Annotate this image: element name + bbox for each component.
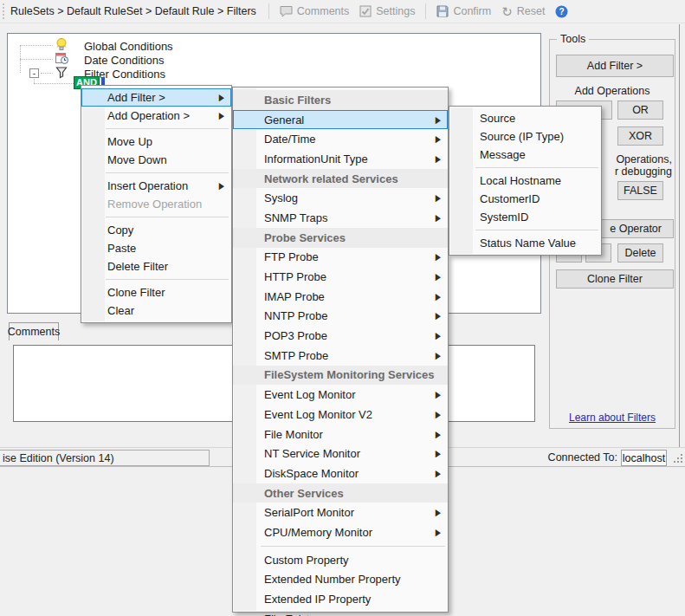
menu-item[interactable]: SerialPort Monitor ▶: [233, 503, 448, 522]
comments-button[interactable]: Comments: [275, 2, 354, 22]
menu-item[interactable]: Paste ▶: [81, 239, 231, 257]
menu-item[interactable]: HTTP Probe ▶: [233, 267, 448, 287]
menu-item[interactable]: General ▶: [233, 110, 448, 130]
save-floppy-icon: [436, 5, 449, 17]
menu-separator: ▶: [233, 542, 448, 550]
menu-item[interactable]: Remove Operation ▶: [81, 195, 231, 213]
menu-section-header: Other Services ▶: [233, 483, 448, 503]
menu-item[interactable]: CustomerID ▶: [449, 190, 601, 208]
menu-item[interactable]: Extended IP Property ▶: [233, 589, 448, 609]
menu-item[interactable]: Copy ▶: [81, 221, 231, 239]
submenu-arrow-icon: ▶: [436, 527, 441, 537]
clone-filter-button[interactable]: Clone Filter: [556, 269, 674, 289]
reset-button[interactable]: ↻ Reset: [496, 2, 550, 22]
menu-item[interactable]: Delete Filter ▶: [81, 257, 231, 276]
submenu-arrow-icon: ▶: [436, 291, 441, 302]
menu-item[interactable]: Add Filter > ▶: [81, 88, 231, 107]
connected-to-label: Connected To:: [548, 451, 617, 464]
xor-operation-button[interactable]: XOR: [617, 126, 663, 146]
menu-item[interactable]: SystemID ▶: [449, 208, 601, 226]
menu-item[interactable]: CPU/Memory Monitor ▶: [233, 522, 448, 542]
tools-groupbox-title: Tools: [557, 33, 589, 45]
submenu-arrow-icon: ▶: [436, 390, 441, 400]
menu-item[interactable]: NNTP Probe ▶: [233, 307, 448, 327]
submenu-arrow-icon: ▶: [436, 468, 441, 478]
menu-item[interactable]: NT Service Monitor ▶: [233, 444, 448, 464]
comments-bubble-icon: [280, 5, 293, 17]
submenu-arrow-icon: ▶: [436, 449, 441, 459]
reset-arrows-icon: ↻: [501, 5, 513, 18]
menu-item[interactable]: Event Log Monitor V2 ▶: [233, 405, 448, 425]
submenu-arrow-icon: ▶: [436, 193, 441, 204]
menu-item[interactable]: Custom Property ▶: [233, 550, 448, 570]
settings-button[interactable]: Settings: [354, 2, 420, 22]
toolbar-separator: [268, 3, 269, 19]
general-submenu: Source ▶ Source (IP Type) ▶ Message ▶ ▶ …: [449, 106, 602, 256]
menu-item[interactable]: Source (IP Type) ▶: [449, 127, 601, 146]
menu-item[interactable]: SNMP Traps ▶: [233, 208, 448, 228]
learn-about-filters-link[interactable]: Learn about Filters: [550, 412, 675, 424]
menu-item[interactable]: Source ▶: [449, 109, 601, 127]
menu-item[interactable]: Insert Operation ▶: [81, 177, 231, 195]
menu-section-header: Network related Services ▶: [233, 169, 448, 189]
menu-section-header: Probe Services ▶: [233, 228, 448, 248]
menu-item[interactable]: File Exists ▶: [233, 609, 448, 616]
submenu-arrow-icon: ▶: [436, 508, 441, 518]
menu-item[interactable]: Syslog ▶: [233, 188, 448, 208]
toolbar-grip[interactable]: [3, 3, 5, 19]
menu-item[interactable]: Extended Number Property ▶: [233, 570, 448, 590]
menu-item[interactable]: File Monitor ▶: [233, 425, 448, 444]
menu-item[interactable]: Status Name Value ▶: [449, 234, 601, 252]
connected-host-field[interactable]: localhost: [621, 450, 667, 466]
delete-button[interactable]: Delete: [617, 243, 663, 263]
submenu-arrow-icon: ▶: [219, 180, 224, 191]
false-operation-button[interactable]: FALSE: [617, 181, 663, 200]
add-filter-button[interactable]: Add Filter >: [556, 55, 674, 77]
confirm-button[interactable]: Confirm: [431, 2, 496, 22]
toolbar-separator: [425, 3, 426, 19]
menu-item[interactable]: InformationUnit Type ▶: [233, 149, 448, 169]
settings-check-icon: [359, 5, 372, 17]
tree-expander[interactable]: -: [29, 68, 39, 78]
menu-item[interactable]: FTP Probe ▶: [233, 248, 448, 268]
help-icon: ?: [555, 5, 568, 18]
submenu-arrow-icon: ▶: [436, 271, 441, 282]
menu-item[interactable]: Local Hostname ▶: [449, 172, 601, 190]
tree-item-global-conditions[interactable]: Global Conditions: [55, 39, 173, 53]
submenu-arrow-icon: ▶: [436, 212, 441, 223]
funnel-icon: [55, 65, 68, 82]
tree-item-date-conditions[interactable]: Date Conditions: [55, 53, 165, 67]
filters-submenu: Basic Filters ▶ General ▶ Date/Time ▶ In…: [232, 87, 449, 613]
submenu-arrow-icon: ▶: [436, 429, 441, 439]
window-right-border: [679, 24, 680, 447]
or-operation-button[interactable]: OR: [617, 101, 663, 120]
submenu-arrow-icon: ▶: [436, 114, 441, 125]
menu-item[interactable]: Message ▶: [449, 146, 601, 164]
menu-item[interactable]: Move Up ▶: [81, 133, 231, 151]
menu-item[interactable]: Add Operation > ▶: [81, 107, 231, 125]
resize-grip[interactable]: [671, 451, 683, 464]
help-button[interactable]: ?: [550, 2, 573, 22]
tab-comments[interactable]: Comments: [9, 322, 59, 340]
submenu-arrow-icon: ▶: [436, 311, 441, 321]
tree-connector: [41, 73, 53, 74]
tree-item-filter-conditions[interactable]: Filter Conditions: [55, 67, 165, 81]
menu-item[interactable]: DiskSpace Monitor ▶: [233, 464, 448, 483]
menu-item[interactable]: POP3 Probe ▶: [233, 326, 448, 346]
menu-item[interactable]: Move Down ▶: [81, 151, 231, 169]
context-menu: Add Filter > ▶ Add Operation > ▶ ▶ Move …: [81, 85, 232, 323]
menu-item[interactable]: Date/Time ▶: [233, 129, 448, 149]
menu-item[interactable]: Clear ▶: [81, 302, 231, 320]
submenu-arrow-icon: ▶: [436, 409, 441, 419]
special-operations-note: Operations, r debugging: [598, 153, 674, 178]
submenu-arrow-icon: ▶: [219, 92, 224, 102]
menu-section-header: FileSystem Monitoring Services ▶: [233, 366, 448, 386]
tree-connector: [34, 83, 74, 84]
submenu-arrow-icon: ▶: [436, 134, 441, 145]
menu-item[interactable]: Clone Filter ▶: [81, 283, 231, 302]
menu-item[interactable]: Event Log Monitor ▶: [233, 385, 448, 405]
menu-item[interactable]: IMAP Probe ▶: [233, 287, 448, 307]
tree-connector: [20, 59, 53, 60]
menu-separator: ▶: [81, 169, 231, 177]
menu-item[interactable]: SMTP Probe ▶: [233, 346, 448, 366]
